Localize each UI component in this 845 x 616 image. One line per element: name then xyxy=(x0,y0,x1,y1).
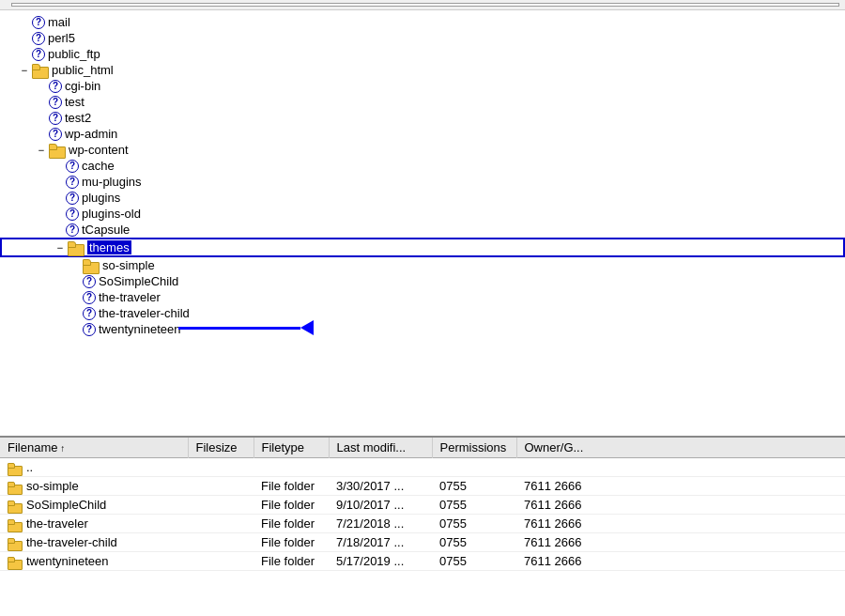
remote-bar-path[interactable] xyxy=(11,3,839,7)
tree-item-mu-plugins[interactable]: ?mu-plugins xyxy=(0,174,845,190)
tree-item-name: test xyxy=(65,95,84,109)
file-table-body: ..so-simpleFile folder3/30/2017 ...07557… xyxy=(0,458,845,571)
expander[interactable]: − xyxy=(34,145,49,156)
tree-item-plugins[interactable]: ?plugins xyxy=(0,190,845,206)
file-folder-icon xyxy=(8,463,23,474)
col-header-filename[interactable]: Filename ↑ xyxy=(0,438,188,458)
tree-item-name: plugins xyxy=(82,191,120,205)
cell-owner: 7611 2666 xyxy=(516,552,845,571)
tree-item-SoSimpleChild[interactable]: ?SoSimpleChild xyxy=(0,273,845,289)
table-row[interactable]: the-travelerFile folder7/21/2018 ...0755… xyxy=(0,515,845,533)
cell-filetype: File folder xyxy=(254,477,329,496)
cell-filetype: File folder xyxy=(254,496,329,515)
tree-item-twentynineteen[interactable]: ?twentynineteen xyxy=(0,321,845,337)
file-table: Filename ↑FilesizeFiletypeLast modifi...… xyxy=(0,438,845,571)
tree-item-name: public_ftp xyxy=(48,47,100,61)
tree-item-name: the-traveler-child xyxy=(99,306,190,320)
file-pane: Filename ↑FilesizeFiletypeLast modifi...… xyxy=(0,438,845,600)
tree-item-name: test2 xyxy=(65,111,91,125)
question-mark-icon: ? xyxy=(49,128,62,141)
expander[interactable]: − xyxy=(53,242,68,254)
cell-filesize xyxy=(188,477,254,496)
question-mark-icon: ? xyxy=(49,80,62,93)
question-mark-icon: ? xyxy=(49,96,62,109)
cell-owner: 7611 2666 xyxy=(516,496,845,515)
question-mark-icon: ? xyxy=(32,48,45,61)
cell-filesize xyxy=(188,458,254,477)
cell-filename: .. xyxy=(0,458,188,477)
tree-item-test[interactable]: ?test xyxy=(0,94,845,110)
question-mark-icon: ? xyxy=(66,223,79,237)
cell-filesize xyxy=(188,552,254,571)
file-table-header: Filename ↑FilesizeFiletypeLast modifi...… xyxy=(0,438,845,458)
tree-pane[interactable]: ?mail?perl5?public_ftp−public_html?cgi-b… xyxy=(0,10,845,438)
tree-item-name: tCapsule xyxy=(82,223,130,237)
tree-item-wp-admin[interactable]: ?wp-admin xyxy=(0,126,845,142)
tree-item-cache[interactable]: ?cache xyxy=(0,158,845,174)
cell-filename: the-traveler-child xyxy=(0,533,188,552)
cell-filetype: File folder xyxy=(254,515,329,533)
file-folder-icon xyxy=(8,500,23,512)
tree-item-tCapsule[interactable]: ?tCapsule xyxy=(0,222,845,238)
question-mark-icon: ? xyxy=(83,291,96,304)
cell-filename: the-traveler xyxy=(0,515,188,533)
tree-item-name: SoSimpleChild xyxy=(99,274,178,288)
table-row[interactable]: the-traveler-childFile folder7/18/2017 .… xyxy=(0,533,845,552)
folder-icon xyxy=(32,64,49,77)
cell-owner: 7611 2666 xyxy=(516,533,845,552)
question-mark-icon: ? xyxy=(32,16,45,29)
tree-item-name: cgi-bin xyxy=(65,79,100,93)
tree-item-the-traveler[interactable]: ?the-traveler xyxy=(0,289,845,305)
tree-item-name: public_html xyxy=(52,63,114,77)
col-header-owner[interactable]: Owner/G... xyxy=(516,438,845,458)
tree-item-wp-content[interactable]: −wp-content xyxy=(0,142,845,158)
expander[interactable]: − xyxy=(17,65,32,76)
cell-lastmodified: 9/10/2017 ... xyxy=(329,496,432,515)
cell-filesize xyxy=(188,533,254,552)
cell-lastmodified xyxy=(329,458,432,477)
cell-filetype: File folder xyxy=(254,552,329,571)
tree-item-name: plugins-old xyxy=(82,207,141,221)
tree-item-themes[interactable]: −themes xyxy=(0,238,845,257)
cell-owner: 7611 2666 xyxy=(516,477,845,496)
tree-item-name: wp-content xyxy=(69,143,129,157)
cell-permissions: 0755 xyxy=(432,496,516,515)
cell-owner xyxy=(516,458,845,477)
tree-item-name: mu-plugins xyxy=(82,175,142,189)
table-row[interactable]: twentynineteenFile folder5/17/2019 ...07… xyxy=(0,552,845,571)
cell-permissions: 0755 xyxy=(432,552,516,571)
tree-item-name: the-traveler xyxy=(99,290,161,304)
main-container: ?mail?perl5?public_ftp−public_html?cgi-b… xyxy=(0,10,845,600)
question-mark-icon: ? xyxy=(32,32,45,45)
col-header-lastmodified[interactable]: Last modifi... xyxy=(329,438,432,458)
cell-filename: SoSimpleChild xyxy=(0,496,188,515)
tree-item-mail[interactable]: ?mail xyxy=(0,14,845,30)
cell-lastmodified: 7/21/2018 ... xyxy=(329,515,432,533)
table-row[interactable]: SoSimpleChildFile folder9/10/2017 ...075… xyxy=(0,496,845,515)
table-row[interactable]: .. xyxy=(0,458,845,477)
tree-item-public_html[interactable]: −public_html xyxy=(0,62,845,78)
col-header-filesize[interactable]: Filesize xyxy=(188,438,254,458)
file-table-header-row: Filename ↑FilesizeFiletypeLast modifi...… xyxy=(0,438,845,458)
tree-item-so-simple[interactable]: so-simple xyxy=(0,257,845,273)
cell-filename: twentynineteen xyxy=(0,552,188,571)
cell-filetype xyxy=(254,458,329,477)
table-row[interactable]: so-simpleFile folder3/30/2017 ...0755761… xyxy=(0,477,845,496)
file-folder-icon xyxy=(8,519,23,531)
tree-item-the-traveler-child[interactable]: ?the-traveler-child xyxy=(0,305,845,321)
tree-item-plugins-old[interactable]: ?plugins-old xyxy=(0,206,845,222)
cell-lastmodified: 3/30/2017 ... xyxy=(329,477,432,496)
folder-icon xyxy=(68,241,84,254)
tree-item-name: perl5 xyxy=(48,31,75,45)
file-folder-icon xyxy=(8,557,23,568)
tree-item-name: cache xyxy=(82,159,115,173)
col-header-filetype[interactable]: Filetype xyxy=(254,438,329,458)
tree-item-test2[interactable]: ?test2 xyxy=(0,110,845,126)
tree-item-public_ftp[interactable]: ?public_ftp xyxy=(0,46,845,62)
tree-item-perl5[interactable]: ?perl5 xyxy=(0,30,845,46)
col-header-permissions[interactable]: Permissions xyxy=(432,438,516,458)
question-mark-icon: ? xyxy=(83,275,96,288)
cell-permissions: 0755 xyxy=(432,477,516,496)
cell-owner: 7611 2666 xyxy=(516,515,845,533)
tree-item-cgi-bin[interactable]: ?cgi-bin xyxy=(0,78,845,94)
